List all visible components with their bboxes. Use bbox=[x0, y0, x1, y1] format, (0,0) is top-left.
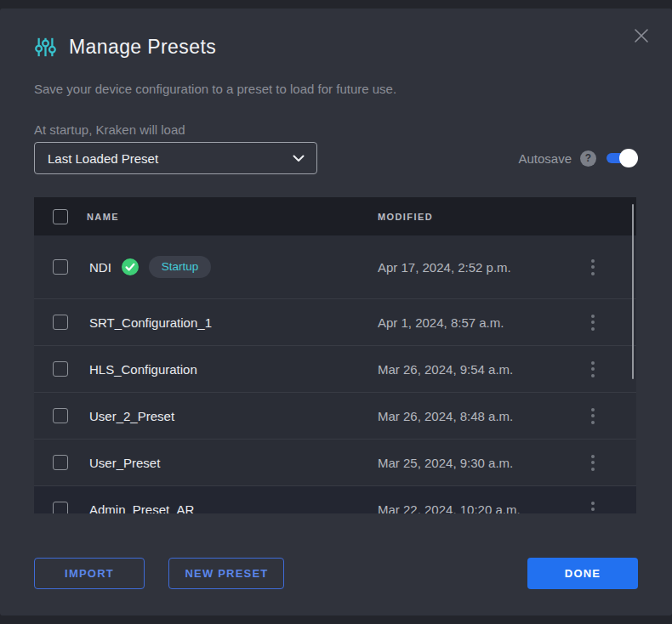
import-button[interactable]: IMPORT bbox=[34, 558, 145, 589]
select-all-checkbox[interactable] bbox=[53, 209, 68, 224]
preset-table-body: NDI Startup Apr 17, 2024, 2:52 p.m. SRT_… bbox=[34, 235, 636, 513]
row-menu-button[interactable] bbox=[580, 254, 606, 280]
row-checkbox[interactable] bbox=[53, 455, 68, 470]
column-header-name: NAME bbox=[87, 212, 378, 222]
column-header-modified: MODIFIED bbox=[378, 212, 580, 222]
toggle-knob bbox=[619, 149, 638, 167]
close-icon bbox=[630, 25, 652, 47]
table-row[interactable]: NDI Startup Apr 17, 2024, 2:52 p.m. bbox=[34, 235, 636, 298]
dialog-header: Manage Presets bbox=[34, 36, 216, 59]
manage-presets-dialog: Manage Presets Save your device configur… bbox=[0, 9, 672, 615]
chevron-down-icon bbox=[293, 155, 305, 162]
preset-name: SRT_Configuration_1 bbox=[89, 315, 212, 330]
row-menu-button[interactable] bbox=[580, 309, 606, 335]
preset-name: User_Preset bbox=[89, 456, 160, 470]
dialog-footer: IMPORT NEW PRESET DONE bbox=[34, 558, 638, 589]
preset-name: HLS_Configuration bbox=[89, 362, 197, 377]
row-checkbox[interactable] bbox=[53, 361, 68, 377]
row-checkbox[interactable] bbox=[53, 502, 68, 513]
startup-load-label: At startup, Kraken will load bbox=[34, 122, 185, 137]
row-checkbox[interactable] bbox=[53, 315, 68, 330]
row-menu-button[interactable] bbox=[580, 356, 606, 382]
table-header-row: NAME MODIFIED bbox=[34, 197, 636, 235]
active-check-icon bbox=[122, 258, 139, 275]
autosave-control: Autosave ? bbox=[518, 148, 638, 168]
startup-preset-select-value: Last Loaded Preset bbox=[48, 151, 158, 166]
row-menu-button[interactable] bbox=[580, 450, 606, 475]
dialog-subtitle: Save your device configuration to a pres… bbox=[34, 82, 396, 96]
presets-table: NAME MODIFIED NDI Startup Apr 17, 2024, … bbox=[34, 197, 636, 513]
table-row[interactable]: User_2_Preset Mar 26, 2024, 8:48 a.m. bbox=[34, 392, 636, 439]
row-menu-button[interactable] bbox=[580, 496, 606, 513]
done-button[interactable]: DONE bbox=[527, 558, 638, 589]
modified-date: Mar 25, 2024, 9:30 a.m. bbox=[378, 456, 580, 470]
autosave-toggle[interactable] bbox=[607, 149, 638, 167]
sliders-icon bbox=[34, 36, 57, 59]
table-row[interactable]: HLS_Configuration Mar 26, 2024, 9:54 a.m… bbox=[34, 345, 636, 392]
close-button[interactable] bbox=[630, 25, 652, 47]
modified-date: Apr 1, 2024, 8:57 a.m. bbox=[378, 315, 580, 330]
modified-date: Mar 26, 2024, 9:54 a.m. bbox=[378, 362, 580, 377]
kebab-icon bbox=[591, 361, 595, 377]
help-icon[interactable]: ? bbox=[580, 150, 596, 167]
startup-preset-select[interactable]: Last Loaded Preset bbox=[34, 142, 317, 174]
row-checkbox[interactable] bbox=[53, 259, 68, 275]
table-row[interactable]: User_Preset Mar 25, 2024, 9:30 a.m. bbox=[34, 439, 636, 485]
preset-name: NDI bbox=[89, 260, 111, 275]
table-scrollbar-thumb[interactable] bbox=[632, 204, 634, 379]
preset-name: User_2_Preset bbox=[89, 409, 174, 423]
autosave-label: Autosave bbox=[518, 151, 572, 166]
new-preset-button[interactable]: NEW PRESET bbox=[168, 558, 284, 589]
row-menu-button[interactable] bbox=[580, 403, 606, 428]
kebab-icon bbox=[591, 502, 595, 514]
row-checkbox[interactable] bbox=[53, 408, 68, 423]
modified-date: Mar 26, 2024, 8:48 a.m. bbox=[378, 409, 580, 423]
kebab-icon bbox=[591, 455, 595, 471]
startup-badge: Startup bbox=[149, 256, 212, 278]
modified-date: Mar 22, 2024, 10:20 a.m. bbox=[378, 502, 580, 514]
table-row[interactable]: SRT_Configuration_1 Apr 1, 2024, 8:57 a.… bbox=[34, 298, 636, 345]
table-row[interactable]: Admin_Preset_AR Mar 22, 2024, 10:20 a.m. bbox=[34, 485, 636, 513]
dialog-title: Manage Presets bbox=[69, 36, 216, 59]
preset-name: Admin_Preset_AR bbox=[89, 502, 194, 514]
kebab-icon bbox=[591, 315, 595, 331]
kebab-icon bbox=[591, 259, 595, 275]
kebab-icon bbox=[591, 408, 595, 424]
modified-date: Apr 17, 2024, 2:52 p.m. bbox=[378, 260, 580, 275]
